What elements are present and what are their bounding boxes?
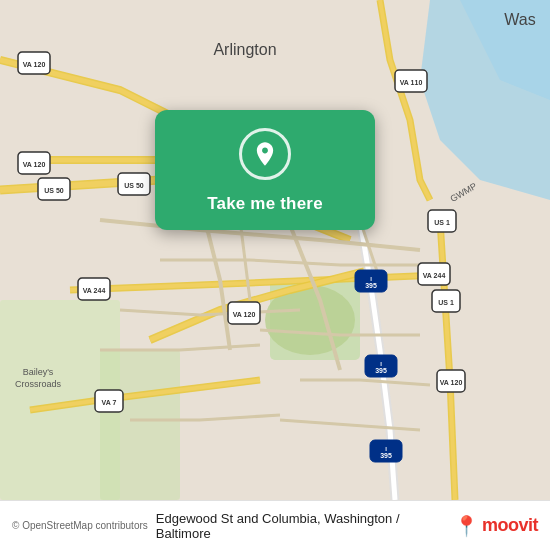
- svg-text:Was: Was: [504, 11, 535, 28]
- svg-text:US 50: US 50: [124, 182, 144, 189]
- location-label: Edgewood St and Columbia, Washington / B…: [156, 511, 454, 541]
- svg-text:US 1: US 1: [438, 299, 454, 306]
- svg-text:395: 395: [380, 452, 392, 459]
- svg-text:VA 120: VA 120: [23, 61, 46, 68]
- svg-text:US 50: US 50: [44, 187, 64, 194]
- svg-text:VA 120: VA 120: [233, 311, 256, 318]
- moovit-brand-text: moovit: [482, 515, 538, 536]
- copyright-text: © OpenStreetMap contributors: [12, 520, 148, 531]
- moovit-pin-icon: 📍: [454, 514, 479, 538]
- svg-text:VA 244: VA 244: [423, 272, 446, 279]
- moovit-logo: 📍 moovit: [454, 514, 538, 538]
- svg-text:VA 7: VA 7: [102, 399, 117, 406]
- take-me-there-label: Take me there: [207, 194, 323, 214]
- svg-rect-4: [100, 350, 180, 500]
- pin-icon-circle: [239, 128, 291, 180]
- svg-text:395: 395: [365, 282, 377, 289]
- take-me-there-popup[interactable]: Take me there: [155, 110, 375, 230]
- bottom-bar: © OpenStreetMap contributors Edgewood St…: [0, 500, 550, 550]
- map-background: VA 120 VA 120 US 50 US 50 VA 110 VA 244 …: [0, 0, 550, 500]
- svg-text:VA 244: VA 244: [83, 287, 106, 294]
- map-container: VA 120 VA 120 US 50 US 50 VA 110 VA 244 …: [0, 0, 550, 500]
- svg-text:Bailey's: Bailey's: [23, 367, 54, 377]
- svg-text:VA 120: VA 120: [23, 161, 46, 168]
- svg-text:VA 110: VA 110: [400, 79, 423, 86]
- map-pin-icon: [251, 140, 279, 168]
- svg-text:US 1: US 1: [434, 219, 450, 226]
- svg-text:VA 120: VA 120: [440, 379, 463, 386]
- svg-text:Crossroads: Crossroads: [15, 379, 62, 389]
- svg-text:395: 395: [375, 367, 387, 374]
- svg-text:Arlington: Arlington: [213, 41, 276, 58]
